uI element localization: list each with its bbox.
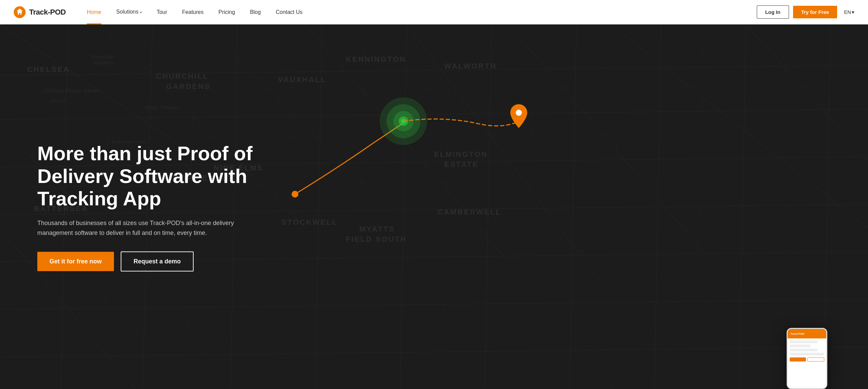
nav-item-solutions[interactable]: Solutions ▾: [109, 0, 149, 25]
svg-text:VAUXHALL: VAUXHALL: [278, 75, 326, 84]
language-selector[interactable]: EN ▾: [844, 9, 854, 15]
phone-app-header: Track-POD: [788, 329, 826, 338]
nav-link-home[interactable]: Home: [79, 0, 109, 24]
navbar: Track-POD Home Solutions ▾ Tour Features…: [0, 0, 868, 24]
phone-content-row: [790, 349, 817, 351]
lang-chevron-icon: ▾: [852, 9, 854, 15]
nav-link-blog[interactable]: Blog: [242, 0, 268, 24]
svg-text:STOCKWELL: STOCKWELL: [281, 218, 338, 226]
svg-text:GARDENS: GARDENS: [166, 82, 211, 91]
svg-text:Chelsea Physic Garden: Chelsea Physic Garden: [44, 88, 101, 93]
phone-action-btn: [790, 357, 806, 362]
phone-app-title: Track-POD: [790, 332, 804, 335]
nav-link-features[interactable]: Features: [175, 0, 211, 24]
svg-text:ELMINGTON: ELMINGTON: [434, 150, 488, 159]
phone-content-row: [790, 345, 810, 347]
phone-body: Track-POD: [787, 328, 827, 389]
logo-icon: [14, 6, 26, 18]
nav-item-tour[interactable]: Tour: [149, 0, 175, 24]
request-demo-button[interactable]: Request a demo: [121, 251, 194, 271]
login-button[interactable]: Log In: [757, 5, 789, 19]
svg-text:Gardens: Gardens: [93, 60, 114, 66]
nav-link-pricing[interactable]: Pricing: [211, 0, 242, 24]
solutions-chevron-icon: ▾: [140, 11, 142, 14]
nav-actions: Log In Try for Free EN ▾: [757, 5, 854, 19]
svg-text:CAMBERWELL: CAMBERWELL: [437, 208, 501, 216]
svg-text:CHELSEA: CHELSEA: [27, 65, 70, 74]
logo-link[interactable]: Track-POD: [14, 6, 66, 18]
hero-buttons: Get it for free now Request a demo: [37, 251, 281, 271]
nav-links: Home Solutions ▾ Tour Features Pricing B…: [79, 0, 757, 25]
svg-text:ESTATE: ESTATE: [444, 160, 479, 169]
nav-link-contact[interactable]: Contact Us: [268, 0, 310, 24]
svg-text:CHURCHILL: CHURCHILL: [156, 72, 209, 80]
svg-text:KENNINGTON: KENNINGTON: [346, 55, 406, 63]
nav-item-blog[interactable]: Blog: [242, 0, 268, 24]
phone-app-content: [788, 338, 826, 388]
try-free-button[interactable]: Try for Free: [793, 6, 837, 18]
phone-screen: Track-POD: [788, 329, 826, 388]
nav-item-home[interactable]: Home: [79, 0, 109, 24]
hero-subtitle: Thousands of businesses of all sizes use…: [37, 218, 248, 238]
logo-text: Track-POD: [29, 8, 66, 17]
hero-title: More than just Proof of Delivery Softwar…: [37, 142, 281, 210]
nav-item-features[interactable]: Features: [175, 0, 211, 24]
phone-action-btn-outline: [807, 357, 824, 362]
hero-content: More than just Proof of Delivery Softwar…: [37, 142, 281, 272]
get-free-button[interactable]: Get it for free now: [37, 252, 114, 271]
nav-item-pricing[interactable]: Pricing: [211, 0, 242, 24]
svg-text:MYATTS: MYATTS: [359, 225, 395, 233]
svg-text:Ranelagh: Ranelagh: [92, 54, 115, 59]
nav-link-tour[interactable]: Tour: [149, 0, 175, 24]
phone-mockup: Track-POD: [787, 328, 841, 389]
phone-content-row: [790, 340, 817, 343]
hero-section: CHELSEA KENNINGTON WALWORTH CHURCHILL GA…: [0, 24, 868, 389]
nav-link-solutions[interactable]: Solutions ▾: [109, 0, 149, 25]
svg-text:A3212: A3212: [51, 98, 66, 104]
phone-content-row: [790, 353, 824, 355]
phone-button-row: [790, 357, 824, 362]
nav-item-contact[interactable]: Contact Us: [268, 0, 310, 24]
svg-text:River Thames: River Thames: [146, 105, 179, 110]
svg-text:WALWORTH: WALWORTH: [444, 62, 497, 70]
svg-text:FIELD SOUTH: FIELD SOUTH: [346, 235, 407, 243]
